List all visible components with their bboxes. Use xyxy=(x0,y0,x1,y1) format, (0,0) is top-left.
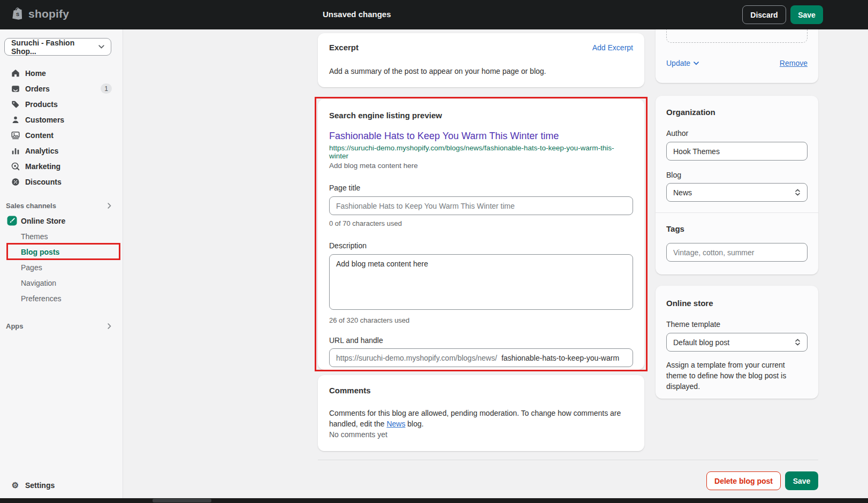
sidebar-item-label: Themes xyxy=(21,232,48,241)
shopify-wordmark: shopify xyxy=(28,7,69,20)
organization-card: Organization Author Blog News Tags xyxy=(656,96,818,275)
sidebar-item-label: Analytics xyxy=(25,147,58,155)
discard-button[interactable]: Discard xyxy=(742,5,786,24)
shopify-logo: S shopify xyxy=(12,7,69,21)
add-excerpt-link[interactable]: Add Excerpt xyxy=(592,43,633,52)
sidebar-item-navigation[interactable]: Navigation xyxy=(0,275,123,291)
sidebar-item-products[interactable]: Products xyxy=(0,96,123,112)
sales-channels-header[interactable]: Sales channels xyxy=(0,200,123,211)
excerpt-title: Excerpt xyxy=(329,43,359,52)
tags-input[interactable] xyxy=(666,243,808,262)
store-switcher-label: Suruchi - Fashion Shop... xyxy=(11,39,98,56)
online-store-icon xyxy=(7,216,17,226)
horizontal-scrollbar-track xyxy=(0,498,868,503)
discount-icon xyxy=(10,177,20,187)
author-label: Author xyxy=(666,129,808,138)
sidebar-item-analytics[interactable]: Analytics xyxy=(0,143,123,158)
person-icon xyxy=(10,115,20,125)
blog-select-value: News xyxy=(673,188,692,197)
sidebar-item-label: Blog posts xyxy=(21,248,59,256)
url-prefix: https://suruchi-demo.myshopify.com/blogs… xyxy=(336,354,497,362)
footer-divider xyxy=(318,460,818,460)
update-image-link[interactable]: Update xyxy=(666,59,699,67)
description-label: Description xyxy=(329,241,633,250)
sidebar-item-orders[interactable]: Orders 1 xyxy=(0,81,123,96)
target-icon xyxy=(10,161,20,171)
sidebar-item-label: Pages xyxy=(21,263,42,272)
sidebar-item-preferences[interactable]: Preferences xyxy=(0,291,123,306)
gear-icon: ⚙ xyxy=(10,480,20,490)
sidebar-item-settings[interactable]: ⚙ Settings xyxy=(0,477,123,493)
image-icon xyxy=(10,130,20,140)
page-title-label: Page title xyxy=(329,184,633,192)
horizontal-scrollbar-thumb[interactable] xyxy=(153,499,211,502)
comments-card: Comments Comments for this blog are allo… xyxy=(318,375,644,451)
page-title-char-count: 0 of 70 characters used xyxy=(329,219,633,227)
save-button-top[interactable]: Save xyxy=(790,5,823,24)
sidebar-item-blog-posts[interactable]: Blog posts xyxy=(0,244,123,260)
chevron-right-icon xyxy=(108,203,111,209)
sidebar-item-label: Navigation xyxy=(21,279,56,287)
remove-image-link[interactable]: Remove xyxy=(780,59,808,67)
sales-channels-label: Sales channels xyxy=(6,202,56,210)
url-handle-input[interactable]: https://suruchi-demo.myshopify.com/blogs… xyxy=(329,348,633,367)
meta-description-textarea[interactable]: Add blog meta content here xyxy=(329,254,633,310)
online-store-card: Online store Theme template Default blog… xyxy=(656,286,818,399)
sidebar-item-pages[interactable]: Pages xyxy=(0,260,123,275)
sidebar-item-discounts[interactable]: Discounts xyxy=(0,174,123,189)
apps-header[interactable]: Apps xyxy=(0,320,123,332)
theme-template-help: Assign a template from your current them… xyxy=(666,360,808,392)
sidebar-item-label: Products xyxy=(25,100,58,109)
store-switcher[interactable]: Suruchi - Fashion Shop... xyxy=(4,38,111,56)
sidebar-item-label: Home xyxy=(25,69,46,78)
update-label: Update xyxy=(666,59,690,67)
sidebar-item-label: Discounts xyxy=(25,178,62,186)
organization-title: Organization xyxy=(666,108,808,117)
apps-label: Apps xyxy=(6,322,24,330)
seo-preview-link-title[interactable]: Fashionable Hats to Keep You Warm This W… xyxy=(329,131,633,142)
sidebar-item-marketing[interactable]: Marketing xyxy=(0,158,123,174)
sidebar-item-online-store[interactable]: Online Store xyxy=(0,213,123,228)
seo-preview-card: Search engine listing preview Fashionabl… xyxy=(318,99,644,370)
card-divider xyxy=(656,212,818,213)
url-handle-label: URL and handle xyxy=(329,336,633,345)
sidebar-item-label: Customers xyxy=(25,116,64,124)
sidebar-item-customers[interactable]: Customers xyxy=(0,112,123,127)
sidebar-item-label: Preferences xyxy=(21,294,61,303)
page-title-input[interactable] xyxy=(329,196,633,215)
comments-text: Comments for this blog are allowed, pend… xyxy=(329,408,633,429)
excerpt-card: Excerpt Add Excerpt Add a summary of the… xyxy=(318,33,644,87)
chevron-right-icon xyxy=(108,323,111,329)
tag-icon xyxy=(10,99,20,109)
blog-label: Blog xyxy=(666,171,808,179)
home-icon xyxy=(10,68,20,78)
image-dropzone[interactable] xyxy=(666,29,808,43)
save-button-bottom[interactable]: Save xyxy=(785,471,818,490)
news-blog-link[interactable]: News xyxy=(386,420,405,428)
unsaved-changes-status: Unsaved changes xyxy=(323,10,391,19)
select-stepper-icon xyxy=(795,189,801,196)
delete-blog-post-button[interactable]: Delete blog post xyxy=(706,471,781,490)
featured-image-card: Update Remove xyxy=(656,29,818,83)
sidebar-item-themes[interactable]: Themes xyxy=(0,228,123,244)
topbar: S shopify Unsaved changes Discard Save xyxy=(0,0,868,29)
author-input[interactable] xyxy=(666,142,808,161)
sidebar-item-label: Online Store xyxy=(21,217,65,225)
sidebar-item-content[interactable]: Content xyxy=(0,127,123,143)
theme-template-label: Theme template xyxy=(666,320,808,329)
comments-text-after: blog. xyxy=(405,420,423,428)
theme-template-value: Default blog post xyxy=(673,338,729,347)
tags-title: Tags xyxy=(666,224,808,233)
no-comments-text: No comments yet xyxy=(329,429,633,440)
sidebar-item-label: Content xyxy=(25,131,54,140)
orders-count-badge: 1 xyxy=(101,83,112,94)
blog-select[interactable]: News xyxy=(666,183,808,202)
shopify-bag-icon: S xyxy=(12,7,25,21)
chevron-down-icon xyxy=(694,62,699,65)
description-char-count: 26 of 320 characters used xyxy=(329,316,633,324)
comments-title: Comments xyxy=(329,386,633,395)
seo-card-title: Search engine listing preview xyxy=(329,111,633,120)
theme-template-select[interactable]: Default blog post xyxy=(666,333,808,352)
select-stepper-icon xyxy=(795,339,801,346)
sidebar-item-home[interactable]: Home xyxy=(0,65,123,81)
